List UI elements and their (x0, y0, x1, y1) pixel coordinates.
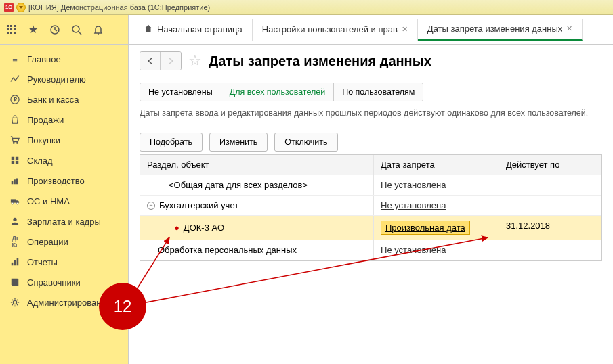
col-until[interactable]: Действует по (499, 155, 601, 175)
annotation-badge: 12 (99, 283, 146, 330)
filter-bar: Не установлены Для всех пользователей По… (140, 83, 423, 101)
sidebar-item-label: Производство (27, 176, 85, 186)
history-icon[interactable] (49, 24, 61, 36)
svg-rect-21 (12, 181, 14, 184)
tab-label: Настройки пользователей и прав (262, 24, 398, 35)
info-note: Даты запрета ввода и редактирования данн… (140, 108, 602, 118)
sidebar-item-label: Руководителю (27, 74, 86, 85)
svg-line-11 (79, 32, 81, 35)
sidebar-item-manager[interactable]: Руководителю (0, 69, 128, 89)
gear-icon (9, 297, 20, 308)
svg-line-36 (12, 300, 13, 300)
svg-rect-29 (14, 260, 16, 265)
filter-all-users[interactable]: Для всех пользователей (221, 83, 334, 101)
svg-point-26 (16, 202, 18, 204)
svg-rect-6 (7, 32, 9, 34)
star-icon[interactable]: ★ (27, 24, 39, 36)
row-label: <Общая дата для всех разделов> (169, 180, 308, 190)
bag-icon (9, 114, 20, 125)
svg-rect-24 (11, 199, 16, 202)
off-button[interactable]: Отключить (274, 133, 337, 152)
svg-line-39 (17, 300, 18, 300)
tab-settings-users[interactable]: Настройки пользователей и прав ✕ (253, 19, 418, 41)
close-icon[interactable]: ✕ (566, 24, 572, 33)
action-bar: Подобрать Изменить Отключить (140, 133, 602, 152)
svg-rect-2 (14, 25, 16, 27)
table-row[interactable]: −Бухгалтерский учет Не установлена (140, 196, 601, 216)
sidebar-item-sales[interactable]: Продажи (0, 110, 128, 130)
sidebar-item-bank[interactable]: ₽Банк и касса (0, 89, 128, 110)
dropdown-icon[interactable] (16, 3, 26, 12)
main-panel: ☆ Даты запрета изменения данных Не устан… (129, 45, 613, 364)
sidebar-item-salary[interactable]: Зарплата и кадры (0, 211, 128, 231)
sidebar-item-os[interactable]: ОС и НМА (0, 191, 128, 211)
pick-button[interactable]: Подобрать (140, 133, 203, 152)
svg-point-16 (17, 143, 18, 144)
col-section[interactable]: Раздел, объект (140, 155, 374, 175)
svg-rect-20 (16, 161, 18, 164)
sidebar-item-label: Покупки (27, 135, 60, 145)
filter-not-set[interactable]: Не установлены (140, 83, 221, 101)
row-date[interactable]: Не установлена (381, 245, 446, 255)
sidebar-item-label: Склад (27, 156, 53, 166)
home-icon (144, 24, 153, 35)
bars-icon (9, 256, 20, 267)
row-until (499, 175, 601, 195)
toolbar: ★ Начальная страница Настройки пользоват… (0, 15, 613, 45)
col-date[interactable]: Дата запрета (374, 155, 499, 175)
tab-ban-dates[interactable]: Даты запрета изменения данных ✕ (418, 19, 583, 41)
svg-rect-22 (14, 179, 16, 184)
window-title: [КОПИЯ] Демонстрационная база (1С:Предпр… (28, 3, 210, 12)
ops-icon: ДтКт (9, 236, 20, 247)
svg-line-37 (17, 304, 18, 305)
table-row-selected[interactable]: ●ДОК-3 АО Произвольная дата 31.12.2018 (140, 216, 601, 240)
collapse-icon[interactable]: − (147, 202, 155, 210)
bullet-icon: ● (174, 223, 179, 233)
filter-by-users[interactable]: По пользователям (334, 83, 423, 101)
nav-buttons (140, 51, 182, 70)
search-icon[interactable] (70, 24, 83, 36)
close-icon[interactable]: ✕ (402, 25, 408, 34)
svg-point-10 (72, 26, 79, 32)
sidebar-item-reports[interactable]: Отчеты (0, 252, 128, 272)
table-row[interactable]: <Общая дата для всех разделов> Не устано… (140, 175, 601, 196)
data-grid: Раздел, объект Дата запрета Действует по… (140, 154, 602, 261)
svg-rect-7 (10, 32, 12, 34)
sidebar-item-prod[interactable]: Производство (0, 170, 128, 191)
sidebar-item-main[interactable]: ≡Главное (0, 49, 128, 69)
svg-text:₽: ₽ (14, 97, 17, 103)
row-date[interactable]: Произвольная дата (381, 221, 470, 235)
svg-rect-30 (17, 258, 19, 266)
back-button[interactable] (140, 52, 161, 70)
menu-icon: ≡ (9, 53, 20, 64)
tab-home[interactable]: Начальная страница (134, 19, 253, 41)
sidebar-item-stock[interactable]: Склад (0, 150, 128, 170)
apps-icon[interactable] (5, 24, 18, 36)
row-date[interactable]: Не установлена (381, 180, 446, 190)
favorite-star-icon[interactable]: ☆ (188, 52, 202, 70)
svg-point-31 (13, 300, 16, 304)
row-label: Бухгалтерский учет (159, 200, 238, 210)
forward-button[interactable] (161, 52, 181, 70)
factory-icon (9, 175, 20, 186)
edit-button[interactable]: Изменить (209, 133, 268, 152)
table-row[interactable]: Обработка персональных данных Не установ… (140, 240, 601, 260)
window-titlebar: 1C [КОПИЯ] Демонстрационная база (1С:Пре… (0, 0, 613, 15)
stack-icon (9, 155, 20, 166)
row-date[interactable]: Не установлена (381, 200, 446, 210)
svg-rect-28 (12, 263, 14, 265)
sidebar-item-label: Главное (27, 54, 61, 64)
sidebar-item-ops[interactable]: ДтКтОперации (0, 231, 128, 252)
annotation-number: 12 (114, 297, 132, 316)
sidebar-item-label: Зарплата и кадры (27, 217, 101, 227)
row-until (499, 240, 601, 260)
svg-rect-5 (14, 28, 16, 30)
sidebar-item-purch[interactable]: Покупки (0, 130, 128, 150)
sidebar-item-label: Операции (27, 237, 68, 247)
page-title: Даты запрета изменения данных (209, 53, 431, 69)
row-label: Обработка персональных данных (158, 245, 297, 255)
svg-rect-4 (10, 28, 12, 30)
row-until: 31.12.2018 (499, 216, 601, 240)
bell-icon[interactable] (92, 24, 104, 36)
sidebar-item-label: Справочники (27, 277, 81, 288)
